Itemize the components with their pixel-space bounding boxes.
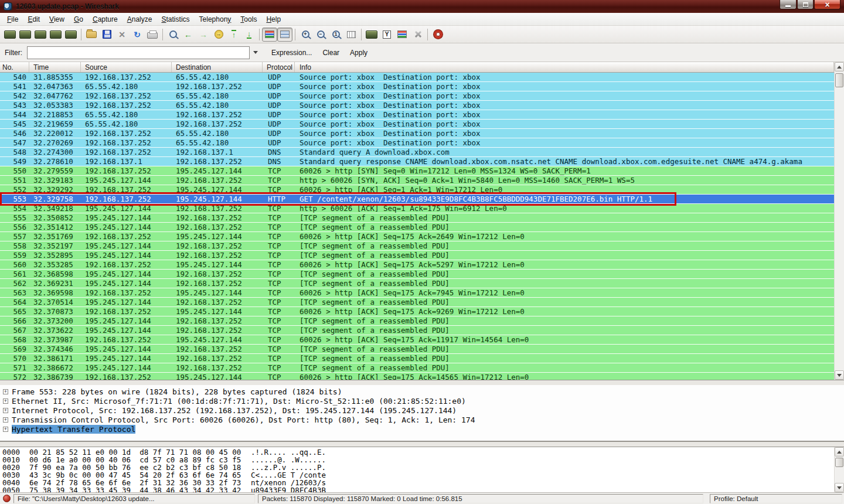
scroll-down-icon[interactable] [835, 483, 844, 492]
packet-row[interactable]: 56132.368598195.245.127.144192.168.137.2… [0, 270, 834, 279]
menu-item-file[interactable]: File [2, 13, 23, 25]
coloring-rules-button[interactable] [394, 28, 410, 42]
detail-row[interactable]: +Transmission Control Protocol, Src Port… [1, 415, 844, 424]
preferences-button[interactable] [410, 28, 425, 42]
packet-row[interactable]: 56032.353285192.168.137.252195.245.127.1… [0, 260, 834, 270]
packet-row[interactable]: 56932.374346195.245.127.144192.168.137.2… [0, 345, 834, 354]
packet-row[interactable]: 56232.369231195.245.127.144192.168.137.2… [0, 279, 834, 288]
save-file-button[interactable] [99, 28, 114, 42]
packet-row-selected[interactable]: 55332.329758192.168.137.252195.245.127.1… [0, 195, 834, 204]
stop-capture-button[interactable] [48, 28, 63, 42]
reload-file-button[interactable]: ↻ [130, 28, 145, 42]
go-back-button[interactable]: ← [181, 28, 196, 42]
packet-row[interactable]: 54932.278610192.168.137.1192.168.137.252… [0, 157, 834, 166]
packet-row[interactable]: 57032.386171195.245.127.144192.168.137.2… [0, 354, 834, 363]
packet-row[interactable]: 55632.351412195.245.127.144192.168.137.2… [0, 223, 834, 232]
scrollbar-thumb[interactable] [835, 458, 843, 467]
packet-row[interactable]: 54632.220012192.168.137.25265.55.42.180U… [0, 129, 834, 138]
detail-row[interactable]: +Internet Protocol, Src: 192.168.137.252… [1, 406, 844, 415]
packet-row[interactable]: 54332.053383192.168.137.25265.55.42.180U… [0, 101, 834, 110]
filter-input[interactable] [27, 46, 250, 59]
packet-row[interactable]: 54732.270269192.168.137.25265.55.42.180U… [0, 138, 834, 148]
packet-row[interactable]: 55232.329292192.168.137.252195.245.127.1… [0, 185, 834, 195]
column-header-destination[interactable]: Destination [172, 62, 263, 72]
scroll-down-icon[interactable] [835, 370, 844, 380]
packet-row[interactable]: 55032.279559192.168.137.252195.245.127.1… [0, 166, 834, 176]
packet-row[interactable]: 54132.04736365.55.42.180192.168.137.252U… [0, 82, 834, 91]
filter-apply-button[interactable]: Apply [345, 46, 373, 59]
detail-row-selected[interactable]: +Hypertext Transfer Protocol [1, 424, 844, 434]
go-first-packet-button[interactable]: ↑ [226, 28, 241, 42]
colorize-packets-button[interactable] [262, 28, 277, 42]
resize-columns-button[interactable] [343, 28, 359, 42]
menu-item-view[interactable]: View [45, 13, 69, 25]
column-header-source[interactable]: Source [81, 62, 172, 72]
start-capture-button[interactable] [33, 28, 48, 42]
scroll-up-icon[interactable] [835, 447, 844, 457]
packet-row[interactable]: 55732.351769192.168.137.252195.245.127.1… [0, 232, 834, 241]
expand-icon[interactable]: + [3, 417, 8, 423]
close-button[interactable] [814, 0, 840, 9]
scroll-up-icon[interactable] [835, 62, 844, 71]
go-forward-button[interactable]: → [196, 28, 211, 42]
filter-dropdown-arrow-icon[interactable] [251, 47, 260, 59]
scrollbar-thumb[interactable] [835, 73, 843, 87]
filter-clear-button[interactable]: Clear [317, 46, 345, 59]
help-button[interactable] [430, 28, 445, 42]
menu-item-analyze[interactable]: Analyze [122, 13, 157, 25]
packet-row[interactable]: 55132.329183195.245.127.144192.168.137.2… [0, 176, 834, 185]
expand-icon[interactable]: + [3, 408, 8, 413]
menu-item-statistics[interactable]: Statistics [156, 13, 194, 25]
packet-row[interactable]: 56832.373987192.168.137.252195.245.127.1… [0, 335, 834, 345]
restart-capture-button[interactable] [63, 28, 79, 42]
packet-list-scrollbar[interactable] [834, 62, 844, 380]
restore-button[interactable] [797, 0, 814, 9]
menu-item-capture[interactable]: Capture [88, 13, 122, 25]
packet-row[interactable]: 55832.352197195.245.127.144192.168.137.2… [0, 241, 834, 251]
packet-row[interactable]: 54031.885355192.168.137.25265.55.42.180U… [0, 73, 834, 82]
menu-item-edit[interactable]: Edit [23, 13, 45, 25]
print-button[interactable] [145, 28, 160, 42]
packet-row[interactable]: 54832.274300192.168.137.252192.168.137.1… [0, 148, 834, 157]
capture-options-button[interactable] [18, 28, 33, 42]
minimize-button[interactable] [780, 0, 797, 9]
go-last-packet-button[interactable]: ↓ [241, 28, 257, 42]
expand-icon[interactable]: + [3, 427, 8, 432]
list-interfaces-button[interactable] [2, 28, 18, 42]
packet-row[interactable]: 57232.386739192.168.137.252195.245.127.1… [0, 373, 834, 380]
auto-scroll-button[interactable] [277, 28, 292, 42]
menu-item-telephony[interactable]: Telephony [195, 13, 236, 25]
zoom-100-button[interactable]: 1 [328, 28, 343, 42]
zoom-out-button[interactable]: − [313, 28, 328, 42]
zoom-in-button[interactable]: + [298, 28, 313, 42]
packet-row[interactable]: 55932.352895195.245.127.144192.168.137.2… [0, 251, 834, 260]
detail-row[interactable]: +Frame 553: 228 bytes on wire (1824 bits… [1, 387, 844, 396]
expand-icon[interactable]: + [3, 399, 8, 404]
packet-row[interactable]: 56632.373200195.245.127.144192.168.137.2… [0, 316, 834, 326]
find-packet-button[interactable] [165, 28, 181, 42]
pane-splitter[interactable] [0, 380, 844, 385]
menu-item-go[interactable]: Go [69, 13, 88, 25]
packet-row[interactable]: 56432.370514195.245.127.144192.168.137.2… [0, 298, 834, 307]
packet-row[interactable]: 55432.349218195.245.127.144192.168.137.2… [0, 204, 834, 213]
open-file-button[interactable] [84, 28, 99, 42]
display-filters-button[interactable]: Y [379, 28, 394, 42]
hex-scrollbar[interactable] [834, 447, 844, 492]
filter-expression-button[interactable]: Expression... [266, 46, 317, 59]
menu-item-help[interactable]: Help [261, 13, 285, 25]
capture-filters-button[interactable] [364, 28, 379, 42]
detail-row[interactable]: +Ethernet II, Src: Microsof_7f:71:71 (00… [1, 396, 844, 406]
pane-splitter-2[interactable] [0, 441, 844, 447]
column-header-time[interactable]: Time [29, 62, 81, 72]
column-header-info[interactable]: Info [295, 62, 834, 72]
packet-row[interactable]: 56332.369598192.168.137.252195.245.127.1… [0, 288, 834, 298]
close-file-button[interactable]: ✕ [114, 28, 130, 42]
column-header-no[interactable]: No. [0, 62, 29, 72]
packet-row[interactable]: 56532.370873192.168.137.252195.245.127.1… [0, 307, 834, 316]
packet-row[interactable]: 57132.386672195.245.127.144192.168.137.2… [0, 363, 834, 373]
packet-row[interactable]: 56732.373622195.245.127.144192.168.137.2… [0, 326, 834, 335]
packet-row[interactable]: 54232.047762192.168.137.25265.55.42.180U… [0, 91, 834, 101]
packet-row[interactable]: 54432.21885365.55.42.180192.168.137.252U… [0, 110, 834, 120]
menu-item-tools[interactable]: Tools [236, 13, 261, 25]
expand-icon[interactable]: + [3, 389, 8, 394]
